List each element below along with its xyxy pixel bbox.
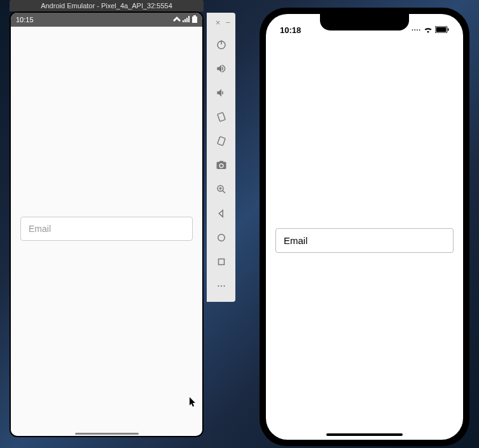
camera-button[interactable] (207, 153, 235, 177)
svg-rect-16 (436, 27, 447, 32)
zoom-button[interactable] (207, 177, 235, 201)
ios-time: 10:18 (280, 25, 301, 35)
ios-status-icons: ···· (412, 25, 449, 35)
battery-icon (435, 25, 449, 35)
android-status-icons (173, 15, 197, 24)
ios-simulator-frame: 10:18 ···· (260, 8, 469, 446)
close-button[interactable]: × (216, 18, 221, 27)
volume-down-button[interactable] (207, 81, 235, 105)
svg-point-13 (220, 285, 221, 287)
svg-rect-1 (192, 17, 197, 23)
emulator-toolbar: × − (207, 13, 235, 302)
android-device-frame: 10:15 (10, 11, 204, 437)
ios-home-indicator[interactable] (326, 433, 403, 436)
android-app-content (11, 27, 202, 431)
more-button[interactable] (207, 274, 235, 298)
svg-point-10 (218, 234, 225, 241)
minimize-button[interactable]: − (225, 18, 230, 27)
android-navbar (11, 431, 202, 436)
wifi-icon (173, 16, 181, 24)
android-time: 10:15 (16, 16, 34, 24)
rotate-left-button[interactable] (207, 105, 235, 129)
svg-rect-11 (218, 259, 224, 265)
wifi-icon (424, 25, 433, 35)
svg-point-14 (223, 285, 225, 287)
battery-icon (192, 15, 197, 24)
rotate-right-button[interactable] (207, 129, 235, 153)
toolbar-window-controls: × − (207, 17, 235, 32)
android-window-title: Android Emulator - Pixel_4a_API_32:5554 (10, 0, 204, 11)
android-nav-handle[interactable] (75, 433, 139, 435)
cellular-dots-icon: ···· (412, 27, 421, 34)
email-field[interactable] (275, 228, 454, 253)
svg-rect-4 (217, 112, 225, 121)
ios-notch (320, 14, 409, 31)
svg-line-7 (222, 191, 225, 194)
ios-screen: 10:18 ···· (266, 14, 463, 440)
ios-app-content (266, 41, 463, 440)
svg-rect-17 (448, 28, 449, 31)
android-emulator-window: Android Emulator - Pixel_4a_API_32:5554 … (10, 0, 204, 437)
svg-point-12 (218, 285, 219, 287)
overview-button[interactable] (207, 250, 235, 274)
android-statusbar: 10:15 (11, 13, 202, 27)
home-button[interactable] (207, 226, 235, 250)
volume-up-button[interactable] (207, 57, 235, 81)
svg-rect-5 (217, 137, 225, 146)
svg-rect-0 (193, 15, 196, 17)
android-screen: 10:15 (11, 13, 202, 436)
power-button[interactable] (207, 32, 235, 57)
back-button[interactable] (207, 201, 235, 226)
email-field[interactable] (20, 217, 193, 241)
signal-icon (183, 16, 190, 24)
